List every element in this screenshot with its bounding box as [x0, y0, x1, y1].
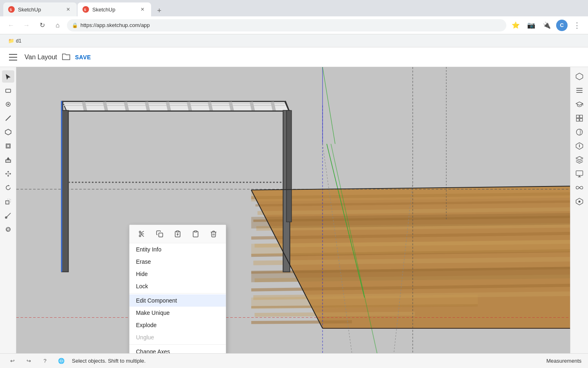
ctx-paste-button[interactable]	[189, 227, 202, 240]
svg-rect-4	[9, 60, 17, 61]
ctx-paste-in-place-button[interactable]	[171, 227, 184, 240]
tab-1[interactable]: S SketchUp ✕	[3, 2, 77, 16]
svg-marker-44	[62, 102, 289, 111]
svg-line-56	[272, 102, 274, 111]
menu-item-explode[interactable]: Explode	[129, 319, 226, 331]
svg-rect-12	[6, 160, 11, 162]
browser-menu-button[interactable]: ⋮	[571, 19, 583, 31]
canvas-area[interactable]: Entity Info Erase Hide Lock Edit Compone…	[16, 67, 570, 353]
svg-text:S: S	[10, 8, 12, 12]
menu-item-make-unique[interactable]: Make Unique	[129, 307, 226, 319]
svg-rect-90	[576, 115, 579, 118]
ctx-delete-button[interactable]	[207, 227, 220, 240]
svg-rect-63	[287, 110, 292, 222]
app-header: Van Layout SAVE	[0, 47, 588, 67]
folder-icon[interactable]	[62, 53, 70, 62]
tab-1-favicon: S	[8, 6, 15, 13]
svg-line-51	[167, 102, 169, 111]
tool-line[interactable]	[2, 112, 14, 124]
menu-item-change-axes[interactable]: Change Axes	[129, 346, 226, 353]
menu-item-erase-label: Erase	[136, 258, 151, 265]
tab-2-close[interactable]: ✕	[139, 6, 146, 13]
ctx-cut-button[interactable]	[135, 227, 148, 240]
right-tool-scenes2[interactable]	[573, 168, 586, 180]
tool-scale[interactable]	[2, 195, 14, 208]
menu-item-unglue[interactable]: Unglue	[129, 331, 226, 343]
tool-eraser[interactable]	[2, 84, 14, 96]
svg-rect-99	[576, 171, 583, 176]
bookmark-d1[interactable]: 📁 d1	[5, 37, 24, 45]
menu-item-entity-info-label: Entity Info	[136, 246, 161, 253]
menu-item-make-unique-label: Make Unique	[136, 310, 170, 316]
scene-svg	[16, 67, 570, 353]
right-tool-infinity[interactable]	[573, 182, 586, 194]
status-text-part1: Select objects. Shift to	[72, 358, 125, 364]
svg-rect-58	[62, 110, 286, 112]
menu-item-entity-info[interactable]: Entity Info	[129, 243, 226, 256]
context-menu-toolbar	[129, 225, 226, 243]
tool-offset[interactable]	[2, 140, 14, 152]
ctx-copy-button[interactable]	[153, 227, 166, 240]
svg-marker-14	[8, 185, 10, 186]
redo-button[interactable]: ↪	[23, 355, 34, 367]
home-button[interactable]: ⌂	[51, 19, 64, 31]
address-bar[interactable]: 🔒 https://app.sketchup.com/app	[67, 19, 506, 31]
help-button[interactable]: ?	[39, 355, 51, 367]
bookmark-d1-label: d1	[16, 38, 21, 44]
menu-item-change-axes-label: Change Axes	[136, 348, 170, 353]
tool-pushpull[interactable]	[2, 154, 14, 166]
bookmarks-bar: 📁 d1	[0, 34, 588, 47]
undo-button[interactable]: ↩	[7, 355, 18, 367]
menu-item-edit-component[interactable]: Edit Component	[129, 294, 226, 307]
right-tool-views[interactable]	[573, 70, 586, 83]
right-tool-entity-info[interactable]	[573, 140, 586, 152]
right-tool-materials[interactable]	[573, 126, 586, 138]
profile-button[interactable]: C	[556, 20, 568, 31]
right-tool-components[interactable]	[573, 112, 586, 124]
bookmark-star-button[interactable]: ⭐	[510, 19, 522, 31]
geo-button[interactable]: 🌐	[56, 355, 67, 367]
svg-rect-11	[7, 145, 9, 147]
svg-rect-3	[9, 57, 17, 58]
tool-rotate[interactable]	[2, 182, 14, 194]
tool-move[interactable]	[2, 168, 14, 180]
svg-point-7	[7, 103, 9, 105]
tool-select[interactable]	[2, 70, 14, 83]
right-toolbar	[570, 67, 588, 353]
right-tool-instructor[interactable]	[573, 98, 586, 110]
right-tool-layers[interactable]	[573, 154, 586, 166]
svg-rect-83	[176, 231, 179, 232]
svg-rect-82	[159, 233, 163, 237]
menu-item-erase[interactable]: Erase	[129, 256, 226, 268]
svg-rect-91	[579, 115, 582, 118]
new-tab-button[interactable]: +	[154, 5, 165, 16]
tab-2-favicon: S	[82, 6, 89, 13]
tab-1-close[interactable]: ✕	[65, 6, 72, 13]
svg-line-37	[254, 314, 414, 315]
extension-button[interactable]: 🔌	[541, 19, 553, 31]
menu-item-lock[interactable]: Lock	[129, 280, 226, 292]
svg-marker-13	[7, 157, 10, 159]
hamburger-menu-button[interactable]	[7, 51, 20, 64]
tool-tape[interactable]	[2, 209, 14, 222]
right-tool-scenes[interactable]	[573, 84, 586, 96]
menu-item-edit-component-label: Edit Component	[136, 297, 177, 304]
tool-orbit[interactable]	[2, 223, 14, 236]
svg-line-49	[125, 102, 127, 111]
context-menu-divider-1	[129, 293, 226, 294]
screenshot-button[interactable]: 📷	[525, 19, 537, 31]
right-tool-extension2[interactable]	[573, 195, 586, 208]
svg-line-47	[83, 102, 85, 111]
tool-shape[interactable]	[2, 126, 14, 138]
svg-rect-5	[6, 89, 11, 92]
status-text: Select objects. Shift to multiple.	[72, 358, 146, 364]
tab-bar: S SketchUp ✕ S SketchUp ✕ +	[0, 0, 588, 16]
tool-paint[interactable]	[2, 98, 14, 110]
forward-button[interactable]: →	[20, 19, 33, 31]
save-button[interactable]: SAVE	[75, 54, 91, 61]
reload-button[interactable]: ↻	[36, 19, 48, 31]
svg-rect-85	[194, 231, 197, 232]
menu-item-hide[interactable]: Hide	[129, 268, 226, 280]
back-button[interactable]: ←	[5, 19, 17, 31]
tab-2[interactable]: S SketchUp ✕	[78, 2, 151, 16]
